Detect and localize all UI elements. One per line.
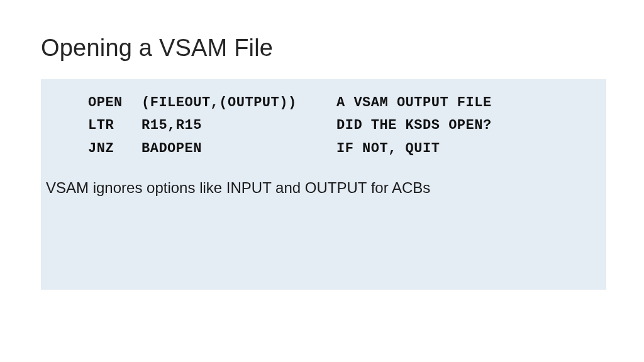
note-text: VSAM ignores options like INPUT and OUTP…	[41, 179, 606, 197]
code-comment: IF NOT, QUIT	[336, 138, 606, 160]
code-opcode: LTR	[88, 114, 142, 137]
code-opcode: JNZ	[88, 138, 142, 160]
code-row: OPEN (FILEOUT,(OUTPUT)) A VSAM OUTPUT FI…	[88, 92, 606, 114]
slide-title: Opening a VSAM File	[41, 35, 606, 62]
code-comment: A VSAM OUTPUT FILE	[336, 92, 606, 114]
code-args: BADOPEN	[142, 138, 336, 160]
code-row: JNZ BADOPEN IF NOT, QUIT	[88, 138, 606, 160]
code-row: LTR R15,R15 DID THE KSDS OPEN?	[88, 114, 606, 137]
code-block: OPEN (FILEOUT,(OUTPUT)) A VSAM OUTPUT FI…	[41, 92, 606, 160]
code-args: (FILEOUT,(OUTPUT))	[142, 92, 336, 114]
code-opcode: OPEN	[88, 92, 142, 114]
code-args: R15,R15	[142, 114, 336, 137]
content-panel: OPEN (FILEOUT,(OUTPUT)) A VSAM OUTPUT FI…	[41, 79, 606, 290]
code-comment: DID THE KSDS OPEN?	[336, 114, 606, 137]
